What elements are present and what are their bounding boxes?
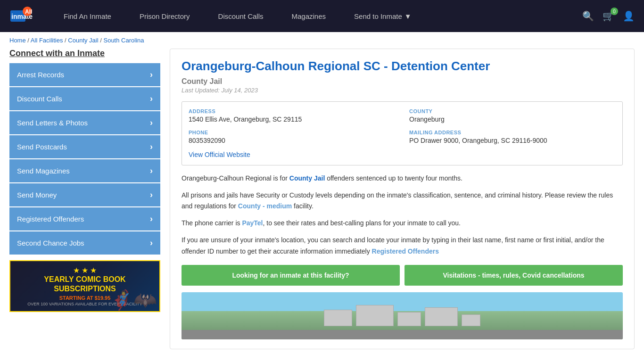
action-buttons: Looking for an inmate at this facility? … — [182, 265, 623, 286]
user-icon[interactable]: 👤 — [623, 10, 635, 22]
official-website-link[interactable]: View Official Website — [189, 151, 250, 158]
logo-area[interactable]: inmate All — [9, 7, 35, 25]
sidebar: Connect with an Inmate Arrest Records › … — [9, 49, 160, 349]
address-value: 1540 Ellis Ave, Orangeburg, SC 29115 — [189, 115, 395, 123]
building-5 — [462, 314, 480, 326]
desc-para-4: If you are unsure of your inmate's locat… — [182, 235, 623, 257]
breadcrumb-all-facilities[interactable]: All Facilities — [31, 37, 63, 44]
building-2 — [356, 305, 394, 326]
breadcrumb-south-carolina[interactable]: South Carolina — [103, 37, 144, 44]
nav-prison-directory[interactable]: Prison Directory — [125, 0, 204, 32]
arrow-icon: › — [150, 190, 153, 200]
nav-magazines[interactable]: Magazines — [277, 0, 340, 32]
arrow-icon: › — [150, 166, 153, 176]
sidebar-item-second-chance-jobs[interactable]: Second Chance Jobs › — [9, 231, 160, 255]
sidebar-item-discount-calls[interactable]: Discount Calls › — [9, 87, 160, 110]
county-block: COUNTY Orangeburg — [409, 108, 616, 123]
county-label: COUNTY — [409, 108, 616, 114]
sidebar-item-send-letters[interactable]: Send Letters & Photos › — [9, 111, 160, 134]
building-3 — [397, 312, 421, 326]
registered-offenders-link[interactable]: Registered Offenders — [372, 247, 439, 255]
main-container: Connect with an Inmate Arrest Records › … — [0, 49, 644, 349]
building-4 — [425, 307, 458, 326]
mailing-block: MAILING ADDRESS PO Drawer 9000, Orangebu… — [409, 130, 616, 144]
cart-badge-count: 0 — [611, 8, 618, 15]
sidebar-menu: Arrest Records › Discount Calls › Send L… — [9, 63, 160, 255]
breadcrumb: Home / All Facilities / County Jail / So… — [0, 32, 644, 49]
nav: Find An Inmate Prison Directory Discount… — [50, 0, 582, 32]
facility-image — [182, 292, 623, 339]
desc-para-2: All prisons and jails have Security or C… — [182, 190, 623, 213]
ad-heroes-icon: 🦸‍♂️🦇 — [110, 289, 157, 311]
facility-buildings — [324, 305, 480, 326]
sidebar-title: Connect with an Inmate — [9, 49, 160, 58]
paytel-link[interactable]: PayTel — [242, 219, 263, 227]
county-medium-link[interactable]: County - medium — [238, 202, 292, 210]
breadcrumb-home[interactable]: Home — [9, 37, 26, 44]
sidebar-item-registered-offenders[interactable]: Registered Offenders › — [9, 207, 160, 230]
sidebar-item-send-money[interactable]: Send Money › — [9, 183, 160, 206]
info-box: ADDRESS 1540 Ellis Ave, Orangeburg, SC 2… — [182, 101, 623, 165]
cart-icon[interactable]: 🛒 0 — [603, 10, 614, 22]
header-icons: 🔍 🛒 0 👤 — [582, 10, 635, 22]
phone-block: PHONE 8035392090 — [189, 130, 395, 144]
breadcrumb-county-jail[interactable]: County Jail — [68, 37, 98, 44]
arrow-icon: › — [150, 70, 153, 80]
county-jail-link[interactable]: County Jail — [289, 174, 325, 182]
arrow-icon: › — [150, 142, 153, 152]
last-updated: Last Updated: July 14, 2023 — [182, 87, 623, 94]
facility-title: Orangeburg-Calhoun Regional SC - Detenti… — [182, 58, 623, 74]
desc-para-1: Orangeburg-Calhoun Regional is for Count… — [182, 173, 623, 184]
address-label: ADDRESS — [189, 108, 395, 114]
address-block: ADDRESS 1540 Ellis Ave, Orangeburg, SC 2… — [189, 108, 395, 123]
phone-label: PHONE — [189, 130, 395, 135]
desc-para-3: The phone carrier is PayTel, to see thei… — [182, 218, 623, 229]
content-area: Orangeburg-Calhoun Regional SC - Detenti… — [170, 49, 635, 349]
mailing-value: PO Drawer 9000, Orangeburg, SC 29116-900… — [409, 137, 616, 144]
mailing-label: MAILING ADDRESS — [409, 130, 616, 135]
sidebar-item-send-magazines[interactable]: Send Magazines › — [9, 159, 160, 182]
building-1 — [324, 310, 352, 326]
visitations-button[interactable]: Visitations - times, rules, Covid cancel… — [405, 265, 623, 286]
arrow-icon: › — [150, 94, 153, 104]
nav-find-inmate[interactable]: Find An Inmate — [50, 0, 125, 32]
road — [182, 330, 623, 339]
facility-type: County Jail — [182, 77, 623, 86]
county-value: Orangeburg — [409, 115, 616, 123]
find-inmate-button[interactable]: Looking for an inmate at this facility? — [182, 265, 400, 286]
header: inmate All Find An Inmate Prison Directo… — [0, 0, 644, 32]
search-icon[interactable]: 🔍 — [582, 10, 594, 22]
arrow-icon: › — [150, 238, 153, 248]
official-link-block: View Official Website — [189, 151, 616, 158]
svg-text:All: All — [25, 8, 32, 15]
facility-description: Orangeburg-Calhoun Regional is for Count… — [182, 173, 623, 257]
ad-subtitle: STARTING AT $19.95 — [59, 295, 111, 301]
arrow-icon: › — [150, 118, 153, 128]
phone-value: 8035392090 — [189, 137, 395, 144]
ad-banner[interactable]: ★ ★ ★ YEARLY COMIC BOOK SUBSCRIPTIONS ST… — [9, 260, 160, 312]
nav-discount-calls[interactable]: Discount Calls — [204, 0, 278, 32]
sidebar-item-send-postcards[interactable]: Send Postcards › — [9, 135, 160, 158]
sidebar-item-arrest-records[interactable]: Arrest Records › — [9, 63, 160, 86]
nav-send-to-inmate[interactable]: Send to Inmate ▼ — [340, 0, 426, 32]
arrow-icon: › — [150, 214, 153, 224]
